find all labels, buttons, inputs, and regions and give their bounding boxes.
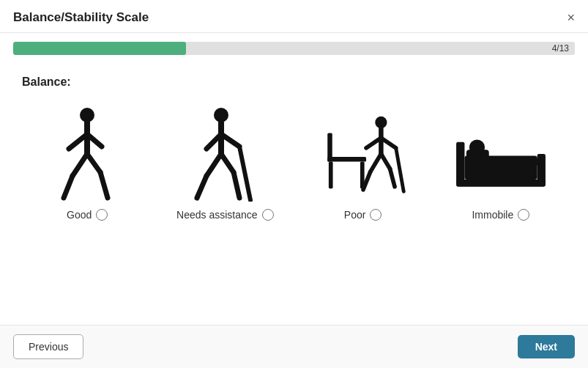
option-good: Good [22,106,152,221]
svg-line-28 [381,154,390,169]
progress-label: 4/13 [552,43,569,54]
option-good-label-row: Good [67,209,108,221]
option-immobile-label-row: Immobile [472,209,529,221]
option-poor-radio[interactable] [370,209,382,221]
option-good-text: Good [67,209,92,221]
close-button[interactable]: × [567,11,575,24]
modal-container: Balance/Stability Scale × 4/13 Balance: [0,0,588,368]
svg-line-12 [239,147,250,200]
next-button[interactable]: Next [518,335,575,358]
walking-cane-icon [177,106,272,202]
svg-line-5 [64,176,72,198]
svg-rect-18 [327,133,332,162]
option-poor-label-row: Poor [344,209,382,221]
progress-bar-container: 4/13 [13,42,575,55]
svg-rect-32 [456,180,546,187]
svg-line-6 [87,154,100,172]
option-immobile-text: Immobile [472,209,513,221]
svg-rect-20 [329,162,333,189]
option-poor: Poor [298,106,428,221]
svg-line-15 [221,154,234,172]
modal-body: Balance: [0,61,588,325]
walking-chair-icon [316,106,411,202]
svg-line-7 [100,172,108,198]
svg-line-16 [234,172,239,198]
option-poor-text: Poor [344,209,366,221]
svg-line-26 [370,154,381,172]
option-needs-assistance-radio[interactable] [262,209,274,221]
bed-icon [453,106,548,202]
option-immobile-radio[interactable] [518,209,529,221]
svg-line-4 [72,154,87,176]
option-immobile: Immobile [436,106,566,221]
walking-icon [40,106,135,202]
modal-header: Balance/Stability Scale × [0,0,588,33]
svg-rect-17 [327,157,366,162]
svg-rect-37 [524,158,541,166]
modal-title: Balance/Stability Scale [13,10,149,25]
progress-bar-fill [13,42,186,55]
svg-line-14 [197,176,206,198]
svg-point-35 [469,140,485,155]
svg-line-29 [390,169,395,186]
svg-line-13 [206,154,221,176]
progress-section: 4/13 [0,33,588,61]
svg-rect-30 [456,142,464,184]
option-good-radio[interactable] [96,209,108,221]
question-label: Balance: [22,76,566,89]
svg-line-25 [395,148,403,191]
option-needs-assistance: Needs assistance [160,106,290,221]
option-needs-assistance-text: Needs assistance [176,209,258,221]
previous-button[interactable]: Previous [13,334,83,359]
options-row: Good [22,106,566,221]
modal-footer: Previous Next [0,325,588,368]
option-needs-assistance-label-row: Needs assistance [176,209,274,221]
